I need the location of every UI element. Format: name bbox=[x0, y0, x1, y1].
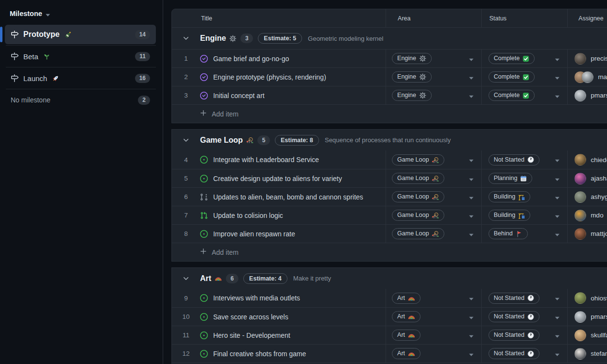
sidebar-group-by-header[interactable]: Milestone bbox=[0, 0, 163, 24]
assignee-cell[interactable]: pmars bbox=[567, 86, 607, 104]
group-description: Sequence of processes that run continuou… bbox=[325, 136, 451, 144]
dropdown-caret-icon bbox=[555, 294, 559, 302]
area-cell[interactable]: Art bbox=[386, 345, 481, 363]
champagne-emoji-icon bbox=[65, 31, 72, 38]
row-number: 5 bbox=[172, 169, 200, 187]
status-cell[interactable]: Not Started bbox=[481, 345, 568, 363]
area-cell[interactable]: Game Loop bbox=[386, 150, 481, 169]
add-item-button[interactable]: Add item bbox=[172, 243, 607, 261]
item-title-cell[interactable]: Update to colision logic bbox=[200, 206, 386, 224]
status-pill: Building bbox=[489, 191, 530, 202]
status-cell[interactable]: Not Started bbox=[481, 326, 568, 344]
status-cell[interactable]: Complete bbox=[481, 50, 568, 67]
sidebar-item-launch[interactable]: Launch 16 bbox=[5, 68, 156, 88]
status-pill: Not Started bbox=[489, 348, 540, 359]
dropdown-caret-icon bbox=[555, 73, 559, 82]
area-cell[interactable]: Engine bbox=[386, 68, 481, 86]
gear-emoji-icon bbox=[419, 73, 426, 81]
status-cell[interactable]: Complete bbox=[481, 86, 568, 104]
area-cell[interactable]: Art bbox=[386, 326, 481, 344]
assignee-cell[interactable]: ashyg bbox=[567, 188, 607, 206]
rollercoaster-emoji-icon bbox=[432, 175, 439, 182]
column-header-status[interactable]: Status bbox=[481, 9, 568, 27]
status-pill: Not Started bbox=[489, 154, 540, 165]
item-title-cell[interactable]: Interviews with media outlets bbox=[200, 289, 386, 307]
gear-emoji-icon bbox=[419, 55, 426, 62]
area-cell[interactable]: Engine bbox=[386, 86, 481, 104]
assignee-cell[interactable]: chiedo bbox=[567, 150, 607, 169]
item-title-cell[interactable]: Updates to alien, beam, bomb and cannon … bbox=[200, 188, 386, 206]
assignee-cell[interactable]: skullfa bbox=[567, 326, 607, 344]
item-title: Save score across levels bbox=[213, 313, 288, 321]
row-number: 6 bbox=[172, 188, 200, 206]
column-header-title[interactable]: Title bbox=[200, 9, 386, 27]
item-title-cell[interactable]: Game brief and go-no-go bbox=[200, 50, 386, 67]
area-cell[interactable]: Game Loop bbox=[386, 188, 481, 206]
area-cell[interactable]: Art bbox=[386, 308, 481, 326]
avatar bbox=[574, 348, 586, 360]
milestone-count-badge: 11 bbox=[135, 52, 150, 61]
item-title-cell[interactable]: Engine prototype (physics, rendering) bbox=[200, 68, 386, 86]
collapse-chevron-icon[interactable] bbox=[172, 136, 200, 144]
rainbow-emoji-icon bbox=[408, 295, 415, 302]
crane-emoji-icon bbox=[518, 194, 525, 200]
item-title-cell[interactable]: Initial concept art bbox=[200, 86, 386, 104]
area-cell[interactable]: Engine bbox=[386, 50, 481, 67]
item-title-cell[interactable]: Final creative shots from game bbox=[200, 345, 386, 363]
assignee-cell[interactable]: ohiosv bbox=[567, 289, 607, 307]
assignee-name: pmars bbox=[590, 313, 607, 320]
status-cell[interactable]: Not Started bbox=[481, 289, 568, 307]
add-item-button[interactable]: Add item bbox=[172, 104, 607, 123]
status-cell[interactable]: Not Started bbox=[481, 308, 568, 326]
group-count-badge: 3 bbox=[240, 33, 253, 43]
assignee-cell[interactable]: ajasha bbox=[567, 169, 607, 187]
assignee-cell[interactable]: pmars bbox=[567, 308, 607, 326]
table-row: 6 Updates to alien, beam, bomb and canno… bbox=[172, 187, 607, 206]
status-cell[interactable]: Building bbox=[481, 188, 568, 206]
item-title-cell[interactable]: Integrate with Leaderboard Service bbox=[200, 150, 386, 169]
sidebar-item-prototype[interactable]: Prototype 14 bbox=[5, 25, 156, 44]
status-cell[interactable]: Complete bbox=[481, 68, 568, 86]
avatar bbox=[574, 191, 586, 203]
assignee-cell[interactable]: mattjo bbox=[567, 225, 607, 243]
item-title-cell[interactable]: Save score across levels bbox=[200, 308, 386, 326]
status-cell[interactable]: Building bbox=[481, 206, 568, 224]
group-title: Art bbox=[200, 274, 211, 283]
assignee-cell[interactable]: stefan bbox=[567, 345, 607, 363]
sidebar-item-no-milestone[interactable]: No milestone 2 bbox=[5, 90, 156, 110]
table-header-row: Title Area Status Assignee bbox=[172, 9, 607, 28]
area-cell[interactable]: Game Loop bbox=[386, 206, 481, 224]
item-title-cell[interactable]: Improve alien respawn rate bbox=[200, 225, 386, 243]
sidebar-item-beta[interactable]: Beta 11 bbox=[5, 47, 156, 66]
area-cell[interactable]: Game Loop bbox=[386, 225, 481, 243]
area-cell[interactable]: Art bbox=[386, 289, 481, 307]
table-row: 8 Improve alien respawn rate Game Loop B… bbox=[172, 224, 607, 243]
column-header-area[interactable]: Area bbox=[386, 9, 481, 27]
assignee-name: ashyg bbox=[590, 193, 607, 200]
group-header-engine: Engine 3 Estimate: 5 Geometric modeling … bbox=[172, 28, 607, 49]
assignee-cell[interactable]: mdo bbox=[567, 206, 607, 224]
group-title: Game Loop bbox=[200, 136, 243, 145]
avatar bbox=[574, 311, 586, 323]
row-number: 7 bbox=[172, 206, 200, 224]
collapse-chevron-icon[interactable] bbox=[172, 34, 200, 42]
avatar bbox=[574, 330, 586, 341]
assignee-name: skullfa bbox=[590, 331, 607, 339]
clock-emoji-icon bbox=[527, 332, 534, 339]
status-cell[interactable]: Behind bbox=[481, 225, 568, 243]
collapse-chevron-icon[interactable] bbox=[172, 275, 200, 282]
item-title-cell[interactable]: Creative design update to aliens for var… bbox=[200, 169, 386, 187]
status-cell[interactable]: Not Started bbox=[481, 150, 568, 169]
area-cell[interactable]: Game Loop bbox=[386, 169, 481, 187]
column-header-assignee[interactable]: Assignee bbox=[567, 9, 607, 27]
item-title-cell[interactable]: Hero site - Developement bbox=[200, 326, 386, 344]
avatar bbox=[574, 173, 586, 184]
dropdown-caret-icon bbox=[469, 91, 473, 100]
area-pill: Engine bbox=[392, 90, 432, 101]
assignee-cell[interactable]: precis bbox=[567, 50, 607, 67]
assignee-cell[interactable]: ma bbox=[567, 68, 607, 86]
status-pill: Complete bbox=[489, 53, 535, 64]
status-cell[interactable]: Planning bbox=[481, 169, 568, 187]
status-pill: Not Started bbox=[489, 293, 540, 304]
issue-closed-icon bbox=[200, 73, 208, 81]
